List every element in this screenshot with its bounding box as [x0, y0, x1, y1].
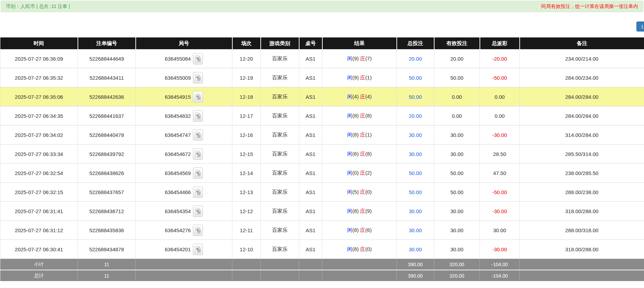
result-cell: 闲(8) 庄(9) — [322, 202, 397, 221]
view-round-video-button[interactable] — [193, 110, 203, 122]
table-row[interactable]: 2025-07-27 06:33:34522688439792636454672… — [0, 145, 644, 164]
bet-id-cell: 522688437657 — [78, 183, 136, 202]
column-header-10: 总派彩 — [480, 37, 520, 49]
total-bet-amount[interactable]: 50.00 — [409, 189, 422, 195]
total-bet-amount[interactable]: 50.00 — [409, 75, 422, 81]
total-bet-cell: 50.00 — [397, 164, 434, 183]
round-id: 636454201 — [165, 246, 191, 252]
table-row[interactable]: 2025-07-27 06:31:12522688435836636454276… — [0, 221, 644, 240]
table-row[interactable]: 2025-07-27 06:34:02522688440478636454747… — [0, 125, 644, 145]
view-round-video-button[interactable] — [193, 72, 203, 84]
banker-result-label: 庄 — [360, 151, 365, 157]
summary-empty-cell — [520, 270, 644, 281]
summary-empty-cell — [261, 270, 299, 281]
game-type-cell: 百家乐 — [261, 240, 299, 259]
column-header-6: 桌号 — [299, 37, 322, 49]
total-bet-amount[interactable]: 30.00 — [409, 208, 422, 214]
table-row[interactable]: 2025-07-27 06:35:32522688443411636455009… — [0, 68, 644, 87]
view-round-video-button[interactable] — [193, 53, 203, 64]
summary-empty-cell — [232, 270, 261, 281]
table-row[interactable]: 2025-07-27 06:31:41522688436712636454354… — [0, 202, 644, 221]
game-type-cell: 百家乐 — [261, 106, 299, 125]
valid-bet-cell: 30.00 — [434, 202, 480, 221]
valid-bet-cell: 30.00 — [434, 125, 480, 145]
result-cell: 闲(8) 庄(6) — [322, 221, 397, 240]
page-button-1[interactable]: 1 — [636, 21, 644, 32]
remark-cell: 285.50/314.00 — [520, 145, 644, 164]
table-row[interactable]: 2025-07-27 06:36:09522688444649636455084… — [0, 49, 644, 68]
round-cell: 636454915 — [136, 87, 232, 106]
session-cell: 12-11 — [232, 221, 261, 240]
view-round-video-button[interactable] — [193, 206, 203, 217]
bet-id-cell: 522688438626 — [78, 164, 136, 183]
summary-payout-cell: -104.00 — [480, 270, 520, 281]
session-cell: 12-17 — [232, 106, 261, 125]
view-round-video-button[interactable] — [193, 167, 203, 179]
header-row: 时间注单编号局号场次游戏类别桌号结果总投注有效投注总派彩备注 — [0, 37, 644, 49]
game-type-cell: 百家乐 — [261, 221, 299, 240]
player-result-label: 闲 — [347, 132, 352, 138]
view-round-video-button[interactable] — [193, 186, 203, 198]
column-header-2: 注单编号 — [78, 37, 136, 49]
round-id-group: 636454201 — [137, 244, 231, 255]
view-round-video-button[interactable] — [193, 91, 203, 103]
table-row[interactable]: 2025-07-27 06:32:15522688437657636454466… — [0, 183, 644, 202]
view-round-video-button[interactable] — [193, 244, 203, 255]
summary-empty-cell — [322, 259, 397, 270]
video-record-icon — [195, 227, 201, 234]
total-bet-amount[interactable]: 30.00 — [409, 227, 422, 233]
result-cell: 闲(6) 庄(8) — [322, 145, 397, 164]
banker-result-label: 庄 — [360, 75, 365, 80]
table-row[interactable]: 2025-07-27 06:30:41522688434878636454201… — [0, 240, 644, 259]
total-bet-amount[interactable]: 50.00 — [409, 170, 422, 176]
column-header-4: 场次 — [232, 37, 261, 49]
round-cell: 636454201 — [136, 240, 232, 259]
session-cell: 12-19 — [232, 68, 261, 87]
total-bet-cell: 50.00 — [397, 68, 434, 87]
total-bet-amount[interactable]: 30.00 — [409, 132, 422, 138]
view-round-video-button[interactable] — [193, 148, 203, 160]
session-cell: 12-20 — [232, 49, 261, 68]
banker-result-points: (0) — [365, 246, 372, 252]
table-no-cell: AS1 — [299, 125, 322, 145]
video-record-icon — [195, 132, 201, 138]
time-cell: 2025-07-27 06:33:34 — [0, 145, 78, 164]
video-record-icon — [195, 151, 201, 157]
payout-cell: 0.00 — [480, 87, 520, 106]
round-id: 636454276 — [165, 227, 191, 233]
banker-result-points: (8) — [365, 113, 372, 119]
valid-bet-cell: 30.00 — [434, 240, 480, 259]
table-row[interactable]: 2025-07-27 06:35:06522688442636636454915… — [0, 87, 644, 106]
view-round-video-button[interactable] — [193, 129, 203, 141]
table-no-cell: AS1 — [299, 49, 322, 68]
total-bet-amount[interactable]: 20.00 — [409, 113, 422, 119]
total-bet-amount[interactable]: 30.00 — [409, 151, 422, 157]
view-round-video-button[interactable] — [193, 225, 203, 236]
table-no-cell: AS1 — [299, 145, 322, 164]
total-bet-amount[interactable]: 50.00 — [409, 94, 422, 100]
total-bet-amount[interactable]: 30.00 — [409, 246, 422, 252]
column-header-5: 游戏类别 — [261, 37, 299, 49]
table-row[interactable]: 2025-07-27 06:34:35522688441637636454832… — [0, 106, 644, 125]
player-result-points: (4) — [352, 94, 360, 99]
total-bet-amount[interactable]: 20.00 — [409, 56, 422, 62]
session-cell: 12-12 — [232, 202, 261, 221]
round-cell: 636454466 — [136, 183, 232, 202]
remark-cell: 318.00/288.00 — [520, 240, 644, 259]
column-header-7: 结果 — [322, 37, 397, 49]
table-no-cell: AS1 — [299, 87, 322, 106]
payout-cell: -50.00 — [480, 183, 520, 202]
banker-result-points: (7) — [365, 55, 372, 61]
valid-bet-cell: 30.00 — [434, 145, 480, 164]
payout-cell: -30.00 — [480, 125, 520, 145]
round-id: 636454672 — [165, 151, 191, 157]
round-cell: 636454276 — [136, 221, 232, 240]
table-row[interactable]: 2025-07-27 06:32:54522688438626636454569… — [0, 164, 644, 183]
banker-result-label: 庄 — [360, 132, 365, 138]
time-cell: 2025-07-27 06:30:41 — [0, 240, 78, 259]
game-type-cell: 百家乐 — [261, 202, 299, 221]
result-cell: 闲(0) 庄(2) — [322, 164, 397, 183]
table-no-cell: AS1 — [299, 106, 322, 125]
time-cell: 2025-07-27 06:36:09 — [0, 49, 78, 68]
game-type-cell: 百家乐 — [261, 49, 299, 68]
